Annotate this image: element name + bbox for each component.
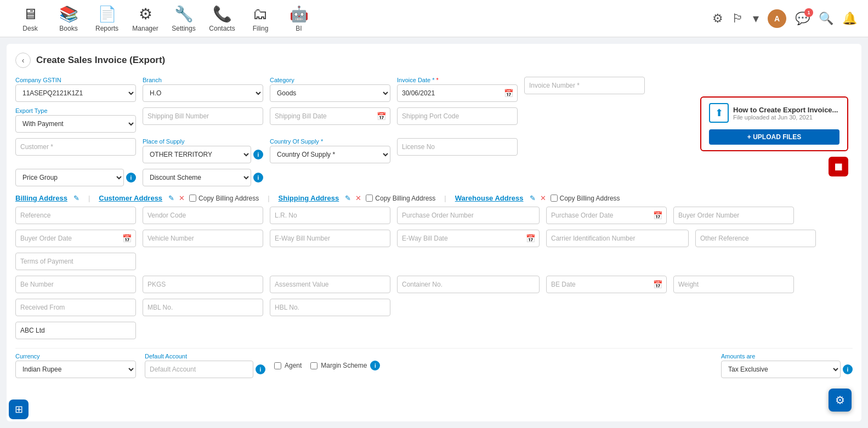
- terms-of-payment-input[interactable]: [15, 253, 136, 270]
- shipping-address-link[interactable]: Shipping Address: [279, 194, 339, 202]
- close-upload-button[interactable]: ⏹: [829, 157, 848, 176]
- upload-file-icon: ⬆: [709, 103, 729, 123]
- abc-ltd-input[interactable]: [15, 322, 136, 339]
- branch-select[interactable]: H.O: [143, 84, 263, 102]
- margin-scheme-check[interactable]: Margin Scheme i: [310, 361, 380, 370]
- price-group-select[interactable]: Price Group: [15, 169, 124, 186]
- nav-reports[interactable]: 📄 Reports: [88, 1, 126, 37]
- shipping-address-edit-icon[interactable]: ✎: [345, 194, 351, 202]
- shipping-address-del-icon[interactable]: ✕: [355, 194, 361, 202]
- warehouse-address-link[interactable]: Warehouse Address: [455, 194, 524, 202]
- invoice-date-input[interactable]: [397, 84, 518, 102]
- hbl-no-input[interactable]: [270, 299, 390, 316]
- avatar[interactable]: A: [768, 9, 786, 28]
- copy-billing-checkbox-warehouse[interactable]: [551, 195, 558, 202]
- nav-filing[interactable]: 🗂 Filing: [241, 1, 280, 37]
- export-type-label: Export Type: [15, 107, 136, 114]
- invoice-number-input[interactable]: [524, 77, 645, 94]
- nav-desk[interactable]: 🖥 Desk: [11, 1, 49, 37]
- notifications-icon[interactable]: 🔔: [842, 12, 857, 26]
- vehicle-number-input[interactable]: [143, 230, 263, 247]
- flag-icon[interactable]: 🏳: [732, 12, 744, 26]
- other-reference-input[interactable]: [695, 230, 816, 247]
- buyer-order-date-input[interactable]: [15, 230, 136, 247]
- place-of-supply-select[interactable]: OTHER TERRITORY: [143, 146, 251, 163]
- copy-billing-check-warehouse[interactable]: Copy Billing Address: [551, 195, 620, 202]
- category-select[interactable]: Goods: [270, 84, 390, 102]
- search-icon[interactable]: 🔍: [819, 12, 833, 26]
- fields-row-4: 📅: [15, 276, 853, 293]
- copy-billing-check-customer[interactable]: Copy Billing Address: [189, 195, 259, 202]
- category-group: Category Goods: [270, 77, 390, 102]
- upload-files-button[interactable]: + UPLOAD FILES: [709, 129, 839, 145]
- country-of-supply-group: Country Of Supply * Country Of Supply *: [270, 138, 390, 163]
- reports-icon: 📄: [98, 5, 117, 23]
- eway-bill-number-input[interactable]: [270, 230, 390, 247]
- export-type-select[interactable]: With Payment: [15, 115, 136, 133]
- nav-books[interactable]: 📚 Books: [49, 1, 88, 37]
- carrier-id-input[interactable]: [546, 230, 689, 247]
- billing-address-edit-icon[interactable]: ✎: [73, 194, 80, 202]
- assessment-value-group: [270, 276, 390, 293]
- fields-row-2: 📅 📅: [15, 230, 853, 247]
- warehouse-address-edit-icon[interactable]: ✎: [530, 194, 536, 202]
- amounts-are-select[interactable]: Tax Exclusive: [721, 361, 841, 378]
- buyer-order-number-input[interactable]: [673, 207, 794, 224]
- reference-input[interactable]: [15, 207, 136, 224]
- customer-address-link[interactable]: Customer Address: [99, 194, 162, 202]
- nav-bi[interactable]: 🤖 BI: [280, 1, 318, 37]
- copy-billing-checkbox-shipping[interactable]: [366, 195, 373, 202]
- weight-input[interactable]: [673, 276, 794, 293]
- books-icon: 📚: [59, 5, 78, 23]
- price-group-info[interactable]: i: [126, 173, 136, 182]
- margin-scheme-checkbox[interactable]: [310, 362, 317, 369]
- be-number-input[interactable]: [15, 276, 136, 293]
- shipping-bill-date-group: 📅: [270, 107, 390, 133]
- license-no-input[interactable]: [397, 138, 518, 156]
- mbl-no-input[interactable]: [143, 299, 263, 316]
- lr-no-input[interactable]: [270, 207, 390, 224]
- shipping-bill-number-input[interactable]: [143, 107, 263, 125]
- warehouse-address-del-icon[interactable]: ✕: [540, 194, 546, 202]
- export-type-group: Export Type With Payment: [15, 107, 136, 133]
- container-no-input[interactable]: [397, 276, 540, 293]
- discount-scheme-info[interactable]: i: [253, 173, 263, 182]
- purchase-order-date-input[interactable]: [546, 207, 667, 224]
- shipping-bill-date-input[interactable]: [270, 107, 390, 125]
- back-button[interactable]: ‹: [15, 53, 31, 68]
- copy-billing-check-shipping[interactable]: Copy Billing Address: [366, 195, 435, 202]
- gear-fab-button[interactable]: ⚙: [829, 389, 852, 412]
- received-from-input[interactable]: [15, 299, 136, 316]
- default-account-info[interactable]: i: [256, 364, 265, 374]
- nav-settings[interactable]: 🔧 Settings: [164, 1, 203, 37]
- default-account-input[interactable]: [145, 361, 253, 378]
- country-of-supply-select[interactable]: Country Of Supply *: [270, 146, 390, 163]
- customer-input[interactable]: [15, 138, 136, 156]
- currency-select[interactable]: Indian Rupee: [15, 361, 136, 378]
- vendor-code-input[interactable]: [143, 207, 263, 224]
- apps-icon-button[interactable]: ⊞: [9, 400, 29, 419]
- company-gstin-select[interactable]: 11ASEPQ2121K1Z1: [15, 84, 136, 102]
- nav-contacts[interactable]: 📞 Contacts: [203, 1, 241, 37]
- purchase-order-number-input[interactable]: [397, 207, 540, 224]
- pkgs-input[interactable]: [143, 276, 263, 293]
- place-of-supply-info[interactable]: i: [253, 150, 263, 159]
- billing-address-link[interactable]: Billing Address: [15, 194, 67, 202]
- customer-address-edit-icon[interactable]: ✎: [168, 194, 174, 202]
- discount-scheme-select[interactable]: Discount Scheme: [143, 169, 251, 186]
- margin-scheme-info[interactable]: i: [370, 361, 380, 370]
- be-date-input[interactable]: [546, 276, 667, 293]
- terms-of-payment-group: [15, 253, 136, 270]
- nav-manager[interactable]: ⚙ Manager: [126, 1, 164, 37]
- agent-checkbox[interactable]: [274, 362, 281, 369]
- gear-icon[interactable]: ⚙: [712, 12, 723, 26]
- dropdown-icon[interactable]: ▾: [753, 12, 759, 26]
- shipping-port-code-input[interactable]: [397, 107, 518, 125]
- amounts-are-info[interactable]: i: [843, 364, 853, 374]
- eway-bill-date-input[interactable]: [397, 230, 540, 247]
- customer-address-del-icon[interactable]: ✕: [179, 194, 185, 202]
- upload-panel-header: ⬆ How to Create Export Invoice... File u…: [709, 103, 839, 123]
- assessment-value-input[interactable]: [270, 276, 390, 293]
- agent-check[interactable]: Agent: [274, 362, 302, 369]
- copy-billing-checkbox-customer[interactable]: [189, 195, 196, 202]
